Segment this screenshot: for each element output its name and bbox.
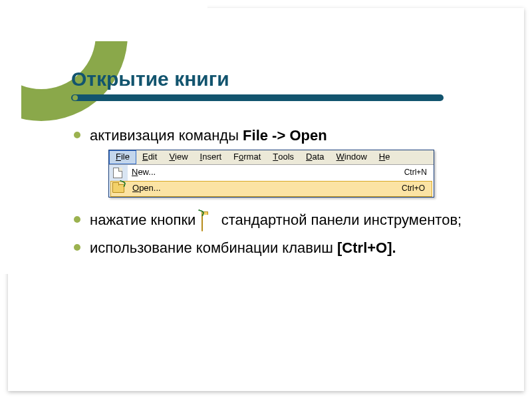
menu-view[interactable]: View — [163, 150, 194, 164]
open-folder-icon — [112, 183, 124, 195]
menubar: File Edit View Insert Format Tools Data … — [109, 150, 434, 165]
menu-tools[interactable]: Tools — [267, 150, 300, 164]
menu-insert[interactable]: Insert — [194, 150, 228, 164]
menu-item-new[interactable]: New... Ctrl+N — [128, 165, 434, 181]
bullet-3: использование комбинации клавиш [Ctrl+O]… — [71, 239, 497, 258]
menu-screenshot: File Edit View Insert Format Tools Data … — [108, 150, 434, 198]
open-folder-icon — [201, 213, 216, 227]
shortcut: Ctrl+N — [404, 168, 427, 178]
new-doc-icon — [112, 167, 124, 179]
slide: Открытие книги активизация команды File … — [8, 8, 524, 391]
shortcut: Ctrl+O — [402, 184, 425, 194]
page-title: Открытие книги — [71, 68, 497, 90]
menu-window[interactable]: Window — [331, 150, 373, 164]
content-area: Открытие книги активизация команды File … — [71, 68, 497, 267]
bullet-1: активизация команды File -> Open File Ed… — [71, 126, 497, 198]
bullet-2: нажатие кнопки стандартной панели инстру… — [71, 211, 497, 230]
menu-data[interactable]: Data — [300, 150, 330, 164]
menu-help[interactable]: He — [373, 150, 396, 164]
menu-file[interactable]: File — [109, 150, 136, 164]
menu-item-open[interactable]: Open... Ctrl+O — [110, 181, 432, 197]
dropdown: New... Ctrl+N Open... Ctrl+O — [109, 165, 434, 197]
menu-edit[interactable]: Edit — [136, 150, 163, 164]
title-underline — [71, 94, 444, 101]
menu-format[interactable]: Format — [227, 150, 267, 164]
bullet-list: активизация команды File -> Open File Ed… — [71, 126, 497, 258]
